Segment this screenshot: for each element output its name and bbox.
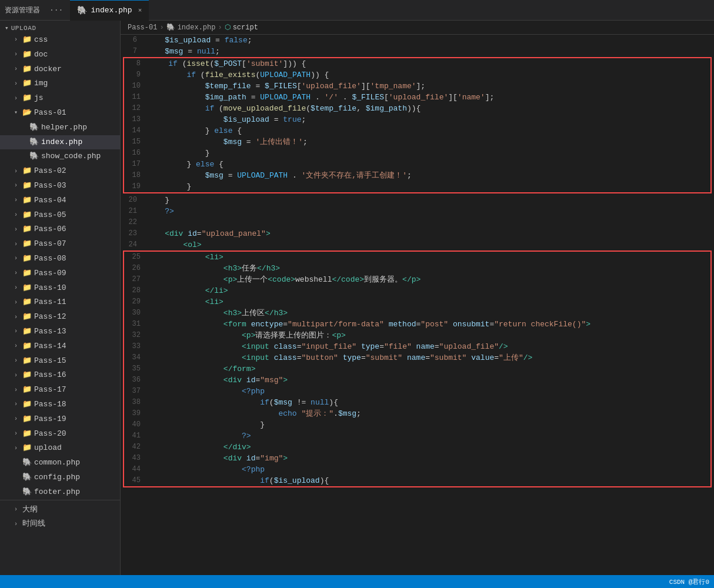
sidebar-item-helper[interactable]: › 🐘 helper.php (0, 121, 120, 135)
folder-icon: 📁 (22, 413, 32, 426)
main-layout: ▾ UPLOAD › 📁 css › 📁 doc › 📁 docker › 📁 … (0, 21, 714, 575)
status-csdn: CSDN @君行0 (669, 577, 709, 586)
sidebar-item-label: show_code.php (41, 151, 101, 163)
explorer-title: 资源管理器 (5, 5, 49, 15)
code-line-27: 27 <p>上传一个<code>webshell</code>到服务器。</p> (124, 274, 710, 285)
sidebar-item-pass11[interactable]: ›📁Pass-11 (0, 295, 120, 310)
tab-close-icon[interactable]: × (138, 7, 142, 14)
sidebar-item-pass09[interactable]: ›📁Pass-09 (0, 266, 120, 281)
folder-icon: 📁 (22, 92, 32, 105)
folder-icon: 📁 (22, 49, 32, 61)
sidebar-item-pass03[interactable]: ›📁Pass-03 (0, 179, 120, 193)
folder-icon: 📁 (22, 209, 32, 222)
sidebar-item-config[interactable]: › 🐘 config.php (0, 470, 120, 485)
sidebar-item-upload[interactable]: ›📁upload (0, 441, 120, 456)
more-icon[interactable]: ··· (49, 6, 63, 15)
sidebar-item-img[interactable]: › 📁 img (0, 76, 120, 91)
sidebar-item-pass20[interactable]: ›📁Pass-20 (0, 427, 120, 442)
php-icon: 🐘 (22, 472, 32, 484)
code-line-12: 12 if (move_uploaded_file($temp_file, $i… (124, 103, 710, 114)
sidebar-item-pass17[interactable]: ›📁Pass-17 (0, 383, 120, 397)
code-line-31: 31 <form enctype="multipart/form-data" m… (124, 319, 710, 330)
sidebar-title: UPLOAD (11, 25, 36, 32)
folder-icon: 📁 (22, 195, 32, 207)
sidebar-item-index[interactable]: › 🐘 index.php (0, 135, 120, 150)
active-tab[interactable]: 🐘 index.php × (70, 0, 149, 21)
code-line-8: 8 if (isset($_POST['submit'])) { (124, 58, 710, 69)
code-line-44: 44 <?php (124, 464, 710, 475)
folder-icon: 📁 (22, 355, 32, 368)
sidebar-item-css[interactable]: › 📁 css (0, 33, 120, 48)
folder-icon: 📁 (22, 64, 32, 76)
folder-icon: 📁 (22, 311, 32, 323)
sidebar-item-pass18[interactable]: ›📁Pass-18 (0, 397, 120, 412)
folder-icon: 📁 (22, 238, 32, 250)
folder-icon: 📁 (22, 34, 32, 46)
code-line-26: 26 <h3>任务</h3> (124, 263, 710, 274)
sidebar: ▾ UPLOAD › 📁 css › 📁 doc › 📁 docker › 📁 … (0, 21, 121, 575)
folder-icon: 📁 (22, 340, 32, 353)
code-container[interactable]: 6 $is_upload = false; 7 $msg = null; 8 i… (121, 35, 714, 575)
sidebar-item-pass08[interactable]: ›📁Pass-08 (0, 252, 120, 266)
code-line-39: 39 echo "提示：".$msg; (124, 408, 710, 419)
sidebar-item-doc[interactable]: › 📁 doc (0, 48, 120, 62)
sidebar-item-pass15[interactable]: ›📁Pass-15 (0, 354, 120, 369)
sidebar-item-pass05[interactable]: ›📁Pass-05 (0, 208, 120, 223)
code-line-23: 23 <div id="upload_panel"> (121, 228, 714, 239)
code-line-14: 14 } else { (124, 125, 710, 136)
folder-icon: 📁 (22, 180, 32, 192)
title-bar: 资源管理器 ··· 🐘 index.php × (0, 0, 714, 21)
sidebar-item-pass07[interactable]: ›📁Pass-07 (0, 237, 120, 252)
folder-icon: 📁 (22, 326, 32, 338)
sidebar-item-show-code[interactable]: › 🐘 show_code.php (0, 149, 120, 164)
sidebar-collapse-icon[interactable]: ▾ (5, 24, 9, 32)
sidebar-item-js[interactable]: › 📁 js (0, 91, 120, 106)
sidebar-item-docker[interactable]: › 📁 docker (0, 62, 120, 77)
sidebar-item-footer[interactable]: › 🐘 footer.php (0, 485, 120, 500)
breadcrumb-index[interactable]: index.php (178, 24, 216, 32)
folder-icon: 📁 (22, 442, 32, 455)
breadcrumb-pass01[interactable]: Pass-01 (128, 24, 157, 32)
sidebar-item-pass19[interactable]: ›📁Pass-19 (0, 412, 120, 427)
sidebar-item-timeline[interactable]: › 时间线 (0, 517, 120, 532)
code-line-18: 18 $msg = UPLOAD_PATH . '文件夹不存在,请手工创建！'; (124, 170, 710, 181)
code-line-20: 20 } (121, 195, 714, 206)
breadcrumb-php-icon: 🐘 (166, 23, 175, 32)
sidebar-item-pass16[interactable]: ›📁Pass-16 (0, 368, 120, 383)
status-bar-right: CSDN @君行0 (669, 577, 709, 586)
code-line-11: 11 $img_path = UPLOAD_PATH . '/' . $_FIL… (124, 92, 710, 103)
code-line-13: 13 $is_upload = true; (124, 114, 710, 125)
sidebar-item-pass10[interactable]: ›📁Pass-10 (0, 281, 120, 296)
sidebar-item-label: img (34, 78, 48, 90)
sidebar-item-label: Pass-01 (34, 107, 66, 119)
sidebar-item-pass04[interactable]: ›📁Pass-04 (0, 193, 120, 208)
sidebar-item-outline[interactable]: › 大纲 (0, 503, 120, 517)
code-line-29: 29 <li> (124, 296, 710, 308)
folder-icon: 📁 (22, 369, 32, 382)
breadcrumb-script-icon: ⬡ (225, 23, 231, 32)
php-icon: 🐘 (29, 122, 39, 134)
code-line-30: 30 <h3>上传区</h3> (124, 308, 710, 319)
sidebar-item-pass02[interactable]: ›📁Pass-02 (0, 164, 120, 179)
code-line-32: 32 <p>请选择要上传的图片：<p> (124, 330, 710, 341)
arrow-icon: › (14, 79, 22, 89)
sidebar-item-pass13[interactable]: ›📁Pass-13 (0, 325, 120, 339)
code-line-45: 45 if($is_upload){ (124, 475, 710, 486)
php-icon: 🐘 (22, 457, 32, 469)
breadcrumb-script[interactable]: script (233, 24, 258, 32)
sidebar-item-common[interactable]: › 🐘 common.php (0, 456, 120, 470)
red-highlight-box-2: 25 <li> 26 <h3>任务</h3> 27 <p>上传一个<code>w… (123, 250, 712, 487)
sidebar-item-pass01[interactable]: ▾ 📂 Pass-01 (0, 106, 120, 121)
sidebar-item-pass14[interactable]: ›📁Pass-14 (0, 339, 120, 354)
sidebar-item-pass12[interactable]: ›📁Pass-12 (0, 310, 120, 325)
code-line-16: 16 } (124, 148, 710, 159)
folder-icon: 📁 (22, 223, 32, 236)
code-line-15: 15 $msg = '上传出错！'; (124, 136, 710, 148)
sidebar-item-label: doc (34, 49, 48, 61)
folder-open-icon: 📂 (22, 107, 32, 119)
folder-icon: 📁 (22, 268, 32, 280)
arrow-icon: › (14, 50, 22, 59)
arrow-icon: › (14, 94, 22, 103)
code-line-7: 7 $msg = null; (121, 46, 714, 57)
sidebar-item-pass06[interactable]: ›📁Pass-06 (0, 222, 120, 237)
